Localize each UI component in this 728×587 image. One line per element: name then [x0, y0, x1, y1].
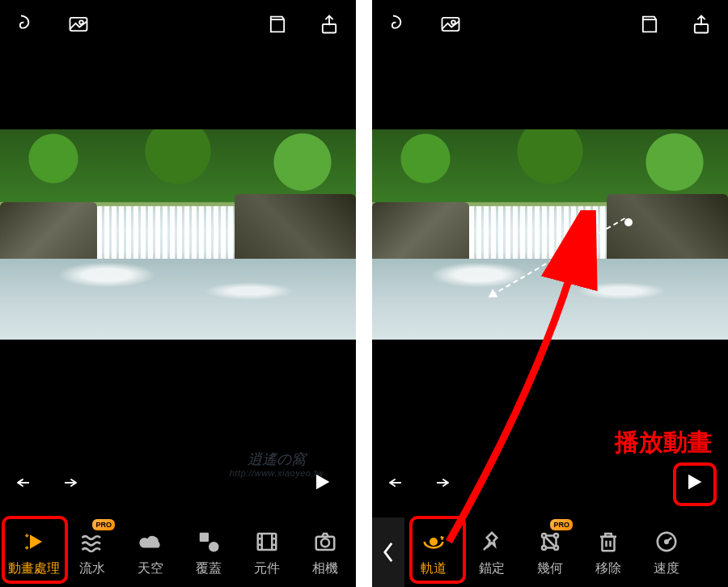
canvas-area[interactable] [372, 129, 728, 340]
svg-point-1 [79, 20, 83, 24]
tool-anchor[interactable]: 錨定 [463, 517, 521, 587]
svg-point-12 [542, 534, 546, 538]
svg-point-13 [554, 534, 558, 538]
graph-icon [536, 528, 564, 555]
tool-geom[interactable]: 幾何PRO [521, 517, 579, 587]
undo-redo-group [15, 475, 79, 494]
cloud-icon [137, 528, 164, 555]
back-button[interactable] [372, 517, 404, 587]
tool-label: 元件 [254, 560, 280, 577]
tool-animation[interactable]: 動畫處理 [5, 517, 63, 587]
svg-rect-2 [323, 24, 336, 33]
tool-label: 動畫處理 [8, 560, 60, 577]
svg-point-11 [430, 538, 437, 545]
pin-icon [478, 528, 506, 555]
svg-point-14 [542, 546, 546, 550]
redo-button[interactable] [58, 475, 79, 494]
album-icon[interactable] [265, 12, 290, 36]
album-icon[interactable] [637, 12, 662, 36]
tool-label: 流水 [79, 560, 105, 577]
photo-icon[interactable] [438, 12, 463, 36]
undo-redo-group [387, 475, 451, 494]
bottom-toolbar: 動畫處理流水PRO天空覆蓋元件相機 [0, 517, 356, 587]
bottom-toolbar: 軌道錨定幾何PRO移除速度 [372, 517, 728, 587]
svg-point-9 [451, 20, 455, 24]
gauge-icon [653, 528, 680, 555]
svg-rect-5 [258, 534, 277, 550]
tool-water[interactable]: 流水PRO [63, 517, 121, 587]
camera-icon [311, 528, 339, 555]
swirl-icon[interactable] [15, 12, 39, 36]
trash-icon [595, 528, 622, 555]
tool-label: 幾何 [537, 560, 563, 577]
pro-badge: PRO [92, 519, 115, 530]
svg-rect-3 [200, 532, 209, 541]
svg-point-15 [554, 546, 558, 550]
play-button[interactable] [678, 466, 710, 498]
undo-button[interactable] [387, 475, 408, 494]
tool-label: 天空 [138, 560, 163, 577]
tool-camera[interactable]: 相機 [296, 517, 354, 587]
svg-rect-10 [695, 24, 708, 33]
film-icon [253, 528, 281, 555]
tool-label: 速度 [654, 560, 679, 577]
topbar [372, 0, 728, 49]
svg-point-7 [321, 538, 329, 547]
watermark-title: 逍遙の窩 [248, 451, 306, 467]
tool-overlay[interactable]: 覆蓋 [180, 517, 238, 587]
screen-left: 逍遙の窩 http://www.xiaoyeo.tw 動畫處理流水PRO天空覆蓋… [0, 0, 356, 587]
orbit-icon [420, 528, 447, 555]
tool-element[interactable]: 元件 [238, 517, 296, 587]
tool-speed[interactable]: 速度 [637, 517, 696, 587]
pro-badge: PRO [550, 519, 573, 530]
photo-icon[interactable] [66, 12, 91, 36]
tool-label: 相機 [312, 560, 338, 577]
tool-label: 軌道 [421, 560, 447, 577]
topbar [0, 0, 356, 49]
tool-track[interactable]: 軌道 [404, 517, 463, 587]
redo-button[interactable] [430, 475, 451, 494]
sparkle-play-icon [20, 528, 48, 555]
tool-label: 覆蓋 [196, 560, 222, 577]
share-icon[interactable] [317, 12, 341, 36]
svg-point-18 [665, 540, 668, 543]
tool-label: 移除 [595, 560, 621, 577]
wave-icon [78, 528, 106, 555]
svg-point-4 [209, 542, 219, 552]
canvas-area[interactable] [0, 129, 356, 340]
play-button[interactable] [306, 466, 338, 498]
undo-button[interactable] [15, 475, 36, 494]
screen-right: 軌道錨定幾何PRO移除速度 播放動畫 [372, 0, 728, 587]
svg-rect-16 [603, 536, 615, 551]
tool-remove[interactable]: 移除 [579, 517, 637, 587]
tool-label: 錨定 [479, 560, 505, 577]
tool-sky[interactable]: 天空 [121, 517, 180, 587]
share-icon[interactable] [689, 12, 713, 36]
annotation-play-label: 播放動畫 [615, 426, 712, 459]
swirl-icon[interactable] [387, 12, 411, 36]
trajectory-start-dot[interactable] [624, 218, 633, 226]
shapes-icon [195, 528, 222, 555]
